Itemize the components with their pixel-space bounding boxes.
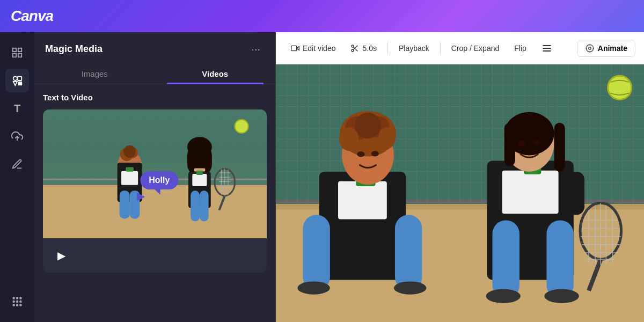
crop-expand-button[interactable]: Crop / Expand <box>445 41 506 56</box>
svg-point-162 <box>608 76 631 99</box>
canvas-display[interactable] <box>276 64 644 322</box>
svg-point-62 <box>589 47 591 49</box>
svg-point-9 <box>13 297 14 299</box>
video-card[interactable]: Holly ▶ ▶ <box>43 109 267 273</box>
svg-point-142 <box>518 141 526 146</box>
play-cursor-icon: ▶ <box>137 189 145 202</box>
svg-rect-38 <box>192 174 207 186</box>
svg-point-129 <box>371 151 379 156</box>
svg-point-126 <box>339 127 358 151</box>
tab-images[interactable]: Images <box>34 64 155 84</box>
sidebar-item-upload[interactable] <box>5 125 29 148</box>
section-title: Text to Video <box>43 93 267 102</box>
main-canvas-image <box>276 64 644 322</box>
animate-button[interactable]: Animate <box>577 40 635 57</box>
svg-point-50 <box>235 120 248 133</box>
svg-point-16 <box>17 304 18 306</box>
play-button[interactable]: ▶ <box>52 246 71 265</box>
svg-point-12 <box>13 301 14 303</box>
menu-button[interactable] <box>535 40 559 57</box>
svg-rect-145 <box>546 220 573 298</box>
svg-point-17 <box>20 304 21 306</box>
svg-rect-29 <box>121 171 138 185</box>
sidebar-item-elements[interactable] <box>5 69 29 92</box>
panel-content: Text to Video <box>34 93 275 322</box>
panel-menu-button[interactable]: ··· <box>247 41 265 57</box>
playback-button[interactable]: Playback <box>392 41 436 56</box>
left-panel: Magic Media ··· Images Videos Text to Vi… <box>34 32 276 322</box>
svg-point-14 <box>20 301 21 303</box>
svg-point-11 <box>20 297 21 299</box>
svg-point-132 <box>297 281 330 294</box>
svg-rect-140 <box>504 123 515 166</box>
svg-rect-148 <box>568 172 584 215</box>
main-layout: T Magic Medi <box>0 32 644 322</box>
panel-tabs: Images Videos <box>34 64 275 84</box>
svg-point-61 <box>586 45 594 52</box>
svg-rect-144 <box>493 220 519 298</box>
svg-rect-30 <box>126 167 134 171</box>
svg-point-10 <box>17 297 18 299</box>
svg-point-147 <box>544 289 579 303</box>
sidebar-item-grid[interactable] <box>5 41 29 64</box>
svg-point-33 <box>187 137 212 157</box>
svg-rect-130 <box>303 215 330 290</box>
tab-videos[interactable]: Videos <box>155 64 276 84</box>
toolbar-divider-1 <box>387 42 388 55</box>
svg-point-146 <box>486 289 521 303</box>
svg-point-133 <box>394 281 427 294</box>
svg-rect-37 <box>200 191 209 221</box>
toolbar: Edit video 5.0s Playback Crop / Expand F… <box>276 32 644 64</box>
panel-header: Magic Media ··· <box>34 32 275 64</box>
sidebar-item-apps[interactable] <box>5 290 29 313</box>
toolbar-divider-2 <box>440 42 441 55</box>
svg-rect-131 <box>395 215 422 290</box>
video-thumbnail: Holly ▶ <box>43 109 267 238</box>
svg-rect-1 <box>18 48 21 52</box>
header-bar: Canva <box>0 0 644 32</box>
svg-rect-0 <box>13 48 16 52</box>
svg-rect-27 <box>120 191 130 218</box>
scissors-duration-button[interactable]: 5.0s <box>344 41 383 56</box>
video-controls: ▶ <box>43 238 267 273</box>
holly-tooltip: Holly <box>140 171 178 189</box>
sidebar-icons: T <box>0 32 34 322</box>
svg-marker-6 <box>13 82 17 85</box>
svg-point-125 <box>355 113 380 138</box>
svg-rect-119 <box>338 181 387 219</box>
edit-video-button[interactable]: Edit video <box>284 41 342 56</box>
svg-point-15 <box>13 304 14 306</box>
svg-rect-36 <box>191 191 200 221</box>
svg-line-56 <box>356 49 358 51</box>
canva-logo: Canva <box>11 8 53 25</box>
flip-button[interactable]: Flip <box>508 41 533 56</box>
panel-title: Magic Media <box>45 43 103 55</box>
svg-point-4 <box>13 77 17 80</box>
svg-marker-7 <box>18 82 22 85</box>
svg-rect-52 <box>291 46 297 50</box>
svg-rect-2 <box>13 54 16 57</box>
svg-point-25 <box>123 145 136 158</box>
svg-rect-39 <box>196 171 203 175</box>
svg-point-127 <box>378 127 396 149</box>
sidebar-item-draw[interactable] <box>5 152 29 176</box>
svg-rect-135 <box>502 171 559 214</box>
svg-point-54 <box>352 49 354 52</box>
svg-point-143 <box>532 140 540 145</box>
canvas-area: Edit video 5.0s Playback Crop / Expand F… <box>276 32 644 322</box>
sidebar-item-text[interactable]: T <box>5 97 29 120</box>
svg-point-13 <box>17 301 18 303</box>
svg-marker-51 <box>297 46 299 50</box>
svg-rect-5 <box>18 77 21 80</box>
svg-point-128 <box>357 151 364 157</box>
svg-rect-3 <box>18 54 21 57</box>
svg-rect-141 <box>554 123 565 172</box>
